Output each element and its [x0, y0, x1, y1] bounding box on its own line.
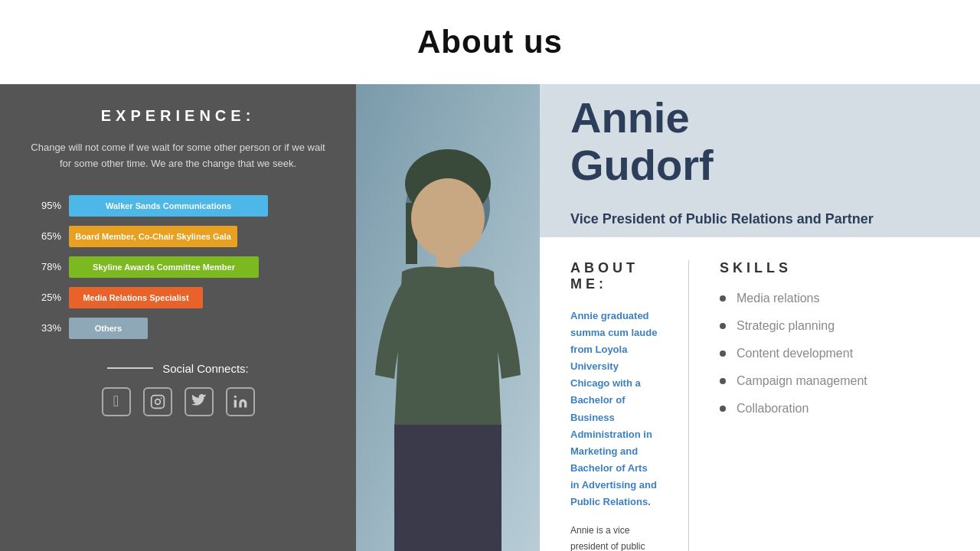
skill-bullet-icon: [720, 406, 726, 412]
social-label-row: Social Connects:: [107, 362, 249, 375]
instagram-icon[interactable]: [143, 387, 172, 416]
social-section: Social Connects: : [31, 362, 325, 416]
skills-list: Media relationsStrategic planningContent…: [720, 292, 949, 416]
twitter-icon[interactable]: [185, 387, 214, 416]
about-body: Annie is a vice president of public rela…: [570, 523, 658, 551]
svg-rect-0: [151, 395, 164, 408]
skill-bullet-icon: [720, 295, 726, 302]
bar-5: Others: [69, 318, 148, 339]
skills-section: SKILLS Media relationsStrategic planning…: [689, 260, 980, 551]
skill-bullet-icon: [720, 378, 726, 384]
bar-4: Media Relations Specialist: [69, 287, 203, 308]
person-title: Vice President of Public Relations and P…: [570, 211, 949, 227]
social-divider: [107, 367, 153, 369]
main-layout: EXPERIENCE: Change will not come if we w…: [0, 84, 980, 551]
photo-placeholder: [356, 84, 540, 551]
skill-item: Media relations: [720, 292, 949, 305]
person-name: Annie Gudorf: [570, 94, 949, 188]
skills-title: SKILLS: [720, 260, 949, 276]
skill-item: Strategic planning: [720, 319, 949, 333]
bar-percent-3: 78%: [31, 261, 61, 272]
bar-percent-2: 65%: [31, 230, 61, 242]
bar-percent-1: 95%: [31, 200, 61, 211]
bar-percent-4: 25%: [31, 292, 61, 303]
right-panel: Annie Gudorf Vice President of Public Re…: [540, 84, 980, 551]
photo-panel: [356, 84, 540, 551]
svg-point-2: [160, 397, 162, 399]
linkedin-icon[interactable]: [226, 387, 255, 416]
svg-point-7: [411, 178, 485, 258]
top-bar: About us: [0, 0, 980, 84]
bar-3: Skyline Awards Committee Member: [69, 256, 259, 278]
page-title: About us: [417, 24, 563, 60]
about-title: ABOUT ME:: [570, 260, 645, 292]
svg-rect-9: [394, 425, 501, 551]
about-section: ABOUT ME: Annie graduated summa cum laud…: [540, 260, 689, 551]
bar-row-3: 78% Skyline Awards Committee Member: [31, 256, 325, 278]
bar-row-5: 33% Others: [31, 318, 325, 339]
experience-title: EXPERIENCE:: [31, 107, 325, 125]
about-skills: ABOUT ME: Annie graduated summa cum laud…: [540, 237, 980, 551]
social-label: Social Connects:: [162, 362, 249, 375]
bar-percent-5: 33%: [31, 322, 61, 334]
bar-row-4: 25% Media Relations Specialist: [31, 287, 325, 308]
bar-1: Walker Sands Communications: [69, 195, 268, 217]
bar-row-1: 95% Walker Sands Communications: [31, 195, 325, 217]
about-title-row: ABOUT ME:: [570, 260, 658, 292]
skill-item: Collaboration: [720, 402, 949, 416]
left-panel: EXPERIENCE: Change will not come if we w…: [0, 84, 356, 551]
about-highlight: Annie graduated summa cum laude from Loy…: [570, 308, 658, 510]
facebook-icon[interactable]: : [102, 387, 131, 416]
name-section: Annie Gudorf Vice President of Public Re…: [540, 84, 980, 237]
skill-bullet-icon: [720, 350, 726, 357]
skill-item: Content development: [720, 347, 949, 360]
social-icons-row: : [102, 387, 255, 416]
bar-row-2: 65% Board Member, Co-Chair Skylines Gala: [31, 226, 325, 247]
skill-item: Campaign management: [720, 374, 949, 388]
svg-point-1: [155, 399, 160, 404]
skill-bullet-icon: [720, 323, 726, 329]
bar-2: Board Member, Co-Chair Skylines Gala: [69, 226, 237, 247]
experience-quote: Change will not come if we wait for some…: [31, 140, 325, 172]
